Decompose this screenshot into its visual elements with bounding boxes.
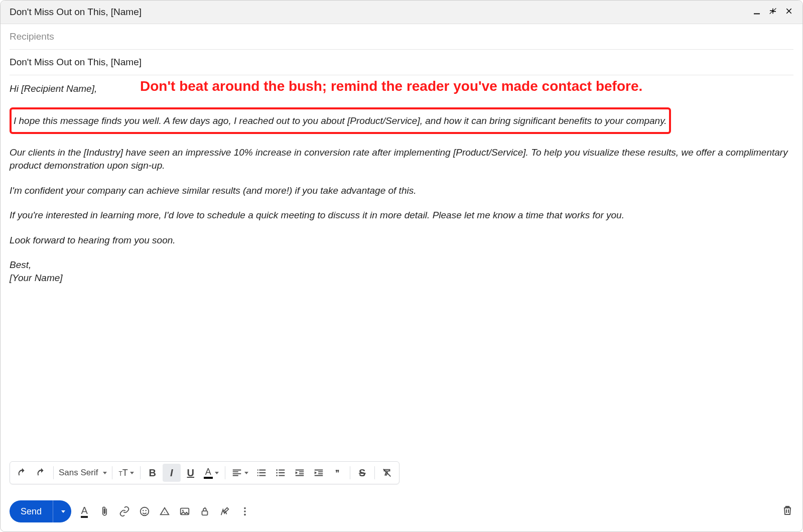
compose-title: Don't Miss Out on This, [Name] (10, 7, 142, 18)
confidential-icon[interactable] (199, 505, 211, 517)
font-label: Sans Serif (59, 468, 98, 478)
indent-more-button[interactable] (310, 464, 328, 482)
redo-button[interactable] (32, 464, 50, 482)
discard-draft-icon[interactable] (781, 504, 793, 518)
font-selector[interactable]: Sans Serif (57, 464, 109, 482)
annotation-text: Don't beat around the bush; remind the r… (140, 78, 642, 94)
undo-button[interactable] (13, 464, 31, 482)
chevron-down-icon (130, 472, 134, 474)
body-p5: Look forward to hearing from you soon. (10, 234, 793, 247)
chevron-down-icon (244, 472, 248, 474)
minimize-icon[interactable] (752, 7, 761, 18)
body-signature: [Your Name] (10, 272, 793, 285)
align-button[interactable] (228, 464, 251, 482)
svg-point-13 (244, 514, 246, 516)
strikethrough-button[interactable]: S (353, 464, 371, 482)
svg-point-12 (244, 510, 246, 512)
bold-button[interactable]: B (144, 464, 162, 482)
body-p4: If you're interested in learning more, I… (10, 209, 793, 222)
window-controls (752, 7, 793, 18)
bulleted-list-button[interactable] (272, 464, 290, 482)
quote-button[interactable]: ❞ (329, 464, 347, 482)
chevron-down-icon (215, 472, 219, 474)
body-highlighted: I hope this message finds you well. A fe… (14, 114, 667, 127)
underline-button[interactable]: U (182, 464, 200, 482)
subject-field[interactable]: Don't Miss Out on This, [Name] (10, 50, 793, 75)
compose-bottom-bar: Send A (10, 500, 793, 522)
svg-point-7 (164, 512, 165, 513)
image-icon[interactable] (179, 505, 191, 517)
svg-point-3 (276, 475, 278, 476)
drive-icon[interactable] (159, 505, 171, 517)
text-color-button[interactable]: A (201, 464, 222, 482)
text-size-button[interactable]: TT (115, 464, 137, 482)
svg-point-6 (146, 510, 147, 511)
svg-rect-0 (754, 14, 760, 15)
numbered-list-button[interactable] (252, 464, 271, 482)
svg-point-2 (276, 472, 278, 474)
svg-point-4 (141, 507, 149, 516)
body-p3: I'm confident your company can achieve s… (10, 184, 793, 197)
send-button[interactable]: Send (10, 500, 71, 522)
send-label[interactable]: Send (10, 500, 53, 522)
emoji-icon[interactable] (139, 505, 151, 517)
attach-icon[interactable] (98, 505, 110, 517)
more-options-icon[interactable] (239, 505, 251, 517)
annotation-highlight-box: I hope this message finds you well. A fe… (10, 107, 671, 135)
indent-less-button[interactable] (291, 464, 309, 482)
close-icon[interactable] (784, 7, 793, 18)
email-body-area[interactable]: Don't beat around the bush; remind the r… (10, 75, 793, 304)
italic-button[interactable]: I (163, 464, 181, 482)
svg-rect-10 (202, 511, 208, 515)
body-signoff: Best, (10, 258, 793, 272)
chevron-down-icon (103, 472, 107, 474)
formatting-toolbar: Sans Serif TT B I U A (10, 461, 399, 484)
chevron-down-icon (61, 510, 65, 513)
body-p2: Our clients in the [Industry] have seen … (10, 146, 793, 172)
recipients-field[interactable]: Recipients (10, 24, 793, 50)
svg-point-11 (244, 507, 246, 509)
svg-point-9 (182, 510, 184, 511)
send-options-button[interactable] (53, 500, 71, 522)
compose-titlebar: Don't Miss Out on This, [Name] (1, 1, 802, 24)
link-icon[interactable] (118, 505, 130, 517)
text-format-icon[interactable]: A (78, 505, 90, 517)
svg-point-5 (143, 510, 144, 511)
remove-formatting-button[interactable] (378, 464, 396, 482)
signature-icon[interactable] (219, 505, 231, 517)
svg-point-1 (276, 469, 278, 471)
collapse-icon[interactable] (768, 7, 777, 18)
